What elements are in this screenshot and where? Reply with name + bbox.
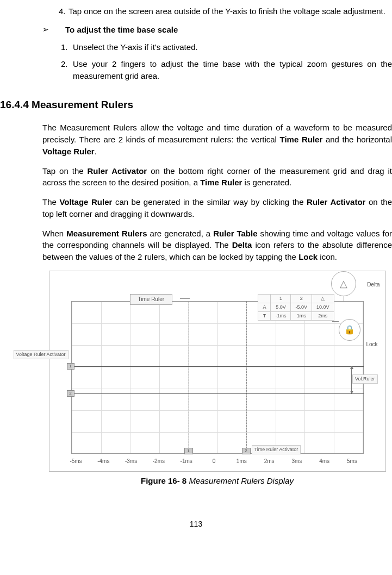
time-ruler-2 xyxy=(246,301,247,454)
section-heading: 16.4.4 Measurement Rulers xyxy=(0,97,392,112)
delta-icon: △ xyxy=(331,271,356,296)
paragraph-1: The Measurement Rulers allow the voltage… xyxy=(42,122,392,157)
voltage-ruler-handle-2: 2 xyxy=(67,390,74,397)
tick: -4ms xyxy=(95,458,111,466)
voltage-ruler-2 xyxy=(71,393,364,394)
text: and the horizontal xyxy=(322,135,392,144)
tick: 2ms xyxy=(261,458,277,466)
list-text: Tap once on the screen area outside of t… xyxy=(69,5,392,17)
text: When xyxy=(42,229,66,238)
vol-ruler-arrow xyxy=(351,366,352,393)
ordered-list-item-4: 4. Tap once on the screen area outside o… xyxy=(42,5,392,17)
callout-line xyxy=(180,298,190,299)
th: 1 xyxy=(271,294,291,303)
td: 2ms xyxy=(312,311,334,320)
bold-text: Measurement Rulers xyxy=(66,229,147,238)
page-number: 113 xyxy=(0,518,392,529)
td: 1ms xyxy=(291,311,312,320)
th: 2 xyxy=(291,294,312,303)
td: -1ms xyxy=(271,311,291,320)
paragraph-3: The Voltage Ruler can be generated in th… xyxy=(42,196,392,220)
lock-icon: 🔒 xyxy=(339,319,360,341)
text: . xyxy=(95,147,97,156)
text: The xyxy=(42,197,59,207)
voltage-activator-label: Voltage Ruler Activator xyxy=(14,350,69,359)
list-text: Use your 2 fingers to adjust the time ba… xyxy=(73,58,392,82)
bold-text: Voltage Ruler xyxy=(42,147,95,156)
delta-label: Delta xyxy=(367,281,379,289)
list-text: Unselect the Y-axis if it's activated. xyxy=(73,41,392,53)
text: are generated, a xyxy=(147,229,214,238)
td: T xyxy=(258,311,271,320)
x-axis-labels: -5ms -4ms -3ms -2ms -1ms 0 1ms 2ms 3ms 4… xyxy=(71,458,364,466)
td: A xyxy=(258,303,271,311)
callout-line xyxy=(332,321,339,322)
ruler-table: 12△ A5.0V-5.0V10.0V T-1ms1ms2ms xyxy=(258,294,334,321)
list-number: 4. xyxy=(42,5,69,17)
paragraph-4: When Measurement Rulers are generated, a… xyxy=(42,228,392,263)
tick: -5ms xyxy=(68,458,84,466)
bold-text: Time Ruler xyxy=(280,135,323,144)
ordered-list2-item-2: 2. Use your 2 fingers to adjust the time… xyxy=(42,58,392,82)
td: -5.0V xyxy=(291,303,312,311)
sub-heading-text: To adjust the time base scale xyxy=(65,24,178,36)
paragraph-2: Tap on the Ruler Activator on the bottom… xyxy=(42,165,392,189)
time-ruler-activator-label: Time Ruler Activator xyxy=(252,445,301,454)
time-ruler-label: Time Ruler xyxy=(130,294,173,305)
tick: -3ms xyxy=(123,458,139,466)
caption-bold: Figure 16- 8 xyxy=(141,476,186,485)
bold-text: Ruler Activator xyxy=(87,166,147,176)
figure-caption: Figure 16- 8 Measurement Rulers Display xyxy=(42,475,392,487)
time-ruler-handle-2: 2 xyxy=(242,448,251,454)
tick: 0 xyxy=(206,458,222,466)
th: △ xyxy=(312,294,334,303)
text: can be generated in the similar way by c… xyxy=(112,197,307,207)
bold-text: Lock xyxy=(298,252,318,261)
grid-area xyxy=(71,301,364,454)
figure-measurement-rulers: Time Ruler 1 2 1 2 12△ A5.0V-5.0V10.0V T… xyxy=(49,271,386,472)
time-ruler-handle-1: 1 xyxy=(184,448,193,454)
arrow-icon: ➢ xyxy=(42,24,65,35)
voltage-ruler-1 xyxy=(71,366,364,367)
bold-text: Ruler Activator xyxy=(307,197,365,207)
time-ruler-1 xyxy=(189,301,189,454)
text: is generated. xyxy=(242,178,291,187)
caption-italic: Measurement Rulers Display xyxy=(186,476,294,485)
list-number: 2. xyxy=(61,58,73,82)
td: 5.0V xyxy=(271,303,291,311)
sub-heading-time-base: ➢ To adjust the time base scale xyxy=(42,24,392,36)
tick: -1ms xyxy=(178,458,195,466)
tick: 5ms xyxy=(344,458,360,466)
bold-text: Voltage Ruler xyxy=(59,197,112,207)
list-number: 1. xyxy=(61,41,73,53)
tick: 3ms xyxy=(289,458,305,466)
bold-text: Delta xyxy=(232,240,252,249)
td: 10.0V xyxy=(312,303,334,311)
tick: 4ms xyxy=(316,458,333,466)
text: Tap on the xyxy=(42,166,87,176)
ordered-list2-item-1: 1. Unselect the Y-axis if it's activated… xyxy=(42,41,392,53)
lock-label: Lock xyxy=(366,341,377,349)
voltage-ruler-handle-1: 1 xyxy=(67,363,74,370)
callout-line xyxy=(344,296,344,302)
bold-text: Time Ruler xyxy=(200,178,242,187)
text: icon. xyxy=(318,252,337,261)
tick: -2ms xyxy=(151,458,167,466)
bold-text: Ruler Table xyxy=(213,229,257,238)
tick: 1ms xyxy=(233,458,250,466)
vol-ruler-label: Vol.Ruler xyxy=(352,374,378,384)
